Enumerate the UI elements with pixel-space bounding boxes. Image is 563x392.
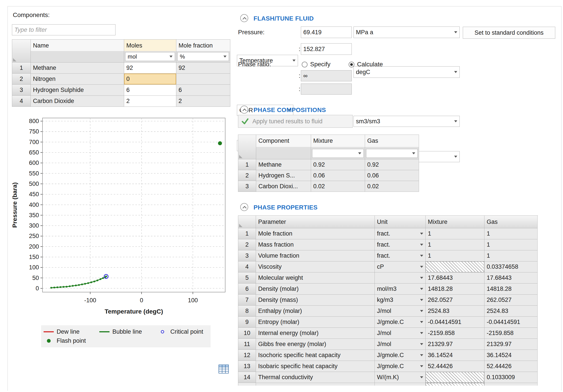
svg-text:Temperature (degC): Temperature (degC) xyxy=(105,308,163,315)
legend-item-flash-point: Flash point xyxy=(43,337,86,344)
properties-table-corner[interactable] xyxy=(238,216,256,228)
unit-select-cell[interactable]: mol/m3 xyxy=(375,283,426,294)
row-number[interactable]: 3 xyxy=(238,250,256,261)
unit-select-cell[interactable]: cP xyxy=(375,261,426,272)
apply-tuned-results-button[interactable]: Apply tuned results to fluid xyxy=(238,115,353,128)
moles-cell[interactable]: 92 xyxy=(124,62,176,74)
parameter-cell: Thermal conductivity xyxy=(256,372,375,383)
row-number[interactable]: 3 xyxy=(12,85,31,96)
mixture-value-cell: -0.04414591 xyxy=(426,317,485,328)
components-title: Components: xyxy=(13,12,50,19)
unit-select-cell[interactable]: J/gmole.C xyxy=(375,350,426,361)
col-header-unit-label: Unit xyxy=(377,219,388,225)
components-table-corner[interactable] xyxy=(12,39,31,62)
col-header-gas[interactable]: Gas xyxy=(485,216,537,228)
unit-value: fract. xyxy=(377,241,390,248)
moles-cell[interactable]: 6 xyxy=(124,85,176,96)
phase-ratio-label: Phase ratio: xyxy=(238,59,271,69)
gas-filter-select[interactable] xyxy=(366,149,418,158)
parameter-cell: Isobaric specific heat capacity xyxy=(256,361,375,372)
pressure-input[interactable] xyxy=(301,26,352,38)
unit-select-cell[interactable]: J/gmole.C xyxy=(375,361,426,372)
col-header-mole-fraction-label: Mole fraction xyxy=(179,42,213,49)
unit-select-cell[interactable]: kg/m3 xyxy=(375,294,426,306)
row-number[interactable]: 5 xyxy=(238,272,256,283)
col-header-mixture[interactable]: Mixture xyxy=(426,216,485,228)
gor-unit-select[interactable]: sm3/sm3 xyxy=(354,116,460,127)
unit-select-cell[interactable]: J/mol xyxy=(375,328,426,339)
unit-select-cell[interactable]: fract. xyxy=(375,239,426,250)
corner-triangle-icon xyxy=(239,155,243,158)
gas-value-cell: 1 xyxy=(485,228,537,239)
col-header-moles[interactable]: Moles mol xyxy=(124,39,176,62)
compositions-table-corner[interactable] xyxy=(238,135,256,159)
col-header-mole-fraction[interactable]: Mole fraction % xyxy=(176,39,230,62)
row-number[interactable]: 12 xyxy=(238,350,256,361)
pressure-unit-select[interactable]: MPa a xyxy=(354,26,460,38)
mixture-value-cell: 1 xyxy=(426,239,485,250)
col-header-component[interactable]: Component xyxy=(256,135,311,159)
moles-cell[interactable]: 2 xyxy=(124,96,176,107)
col-header-gas[interactable]: Gas xyxy=(365,135,419,159)
col-header-name[interactable]: Name xyxy=(31,39,124,62)
row-number[interactable]: 4 xyxy=(12,96,31,107)
gor-value-field: ∞ xyxy=(301,70,352,81)
unit-value: J/gmole.C xyxy=(377,319,404,326)
mole-fraction-cell[interactable] xyxy=(176,74,230,85)
row-number[interactable]: 9 xyxy=(238,317,256,328)
unit-select-cell[interactable]: fract. xyxy=(375,250,426,261)
temperature-input[interactable] xyxy=(301,43,352,55)
row-number[interactable]: 2 xyxy=(238,170,256,181)
collapse-flash-tune-button[interactable] xyxy=(240,14,248,22)
row-number[interactable]: 2 xyxy=(238,239,256,250)
unit-select-cell[interactable]: W/(m.K) xyxy=(375,372,426,383)
collapse-phase-compositions-button[interactable] xyxy=(240,106,248,114)
calculate-radio-label[interactable]: Calculate xyxy=(357,59,383,69)
row-number[interactable]: 2 xyxy=(12,74,31,85)
row-number[interactable] xyxy=(238,383,256,386)
specify-radio-label[interactable]: Specify xyxy=(310,59,331,69)
unit-select-cell[interactable] xyxy=(375,383,426,386)
row-number[interactable]: 10 xyxy=(238,328,256,339)
row-number[interactable]: 1 xyxy=(238,228,256,239)
mole-fraction-cell[interactable]: 2 xyxy=(176,96,230,107)
row-number[interactable]: 7 xyxy=(238,294,256,306)
row-number[interactable]: 8 xyxy=(238,306,256,317)
row-number[interactable]: 3 xyxy=(238,181,256,192)
table-view-icon[interactable] xyxy=(218,365,229,373)
specify-radio[interactable] xyxy=(302,62,307,67)
svg-text:100: 100 xyxy=(29,264,39,271)
row-number[interactable]: 1 xyxy=(12,62,31,74)
row-number[interactable]: 6 xyxy=(238,283,256,294)
unit-select-cell[interactable]: J/gmole.C xyxy=(375,317,426,328)
component-filter-input[interactable] xyxy=(12,24,115,35)
dropdown-arrow-icon xyxy=(420,343,423,345)
row-number[interactable]: 1 xyxy=(238,159,256,170)
row-number[interactable]: 14 xyxy=(238,372,256,383)
set-standard-conditions-button[interactable]: Set to standard conditions xyxy=(463,27,555,39)
collapse-phase-properties-button[interactable] xyxy=(240,203,248,211)
unit-select-cell[interactable]: J/mol xyxy=(375,306,426,317)
unit-select-cell[interactable] xyxy=(375,272,426,283)
svg-text:200: 200 xyxy=(29,243,39,250)
row-number[interactable]: 4 xyxy=(238,261,256,272)
unit-select-cell[interactable]: J/mol xyxy=(375,339,426,350)
col-header-parameter[interactable]: Parameter xyxy=(256,216,375,228)
unit-select-cell[interactable]: fract. xyxy=(375,228,426,239)
mole-fraction-cell[interactable]: 6 xyxy=(176,85,230,96)
mixture-filter-select[interactable] xyxy=(312,149,364,158)
col-header-unit[interactable]: Unit xyxy=(375,216,426,228)
col-header-mixture-label: Mixture xyxy=(313,137,333,144)
col-header-mixture[interactable]: Mixture xyxy=(311,135,365,159)
mole-fraction-cell[interactable]: 92 xyxy=(176,62,230,74)
legend-label: Bubble line xyxy=(112,328,142,335)
row-number[interactable]: 11 xyxy=(238,339,256,350)
mole-fraction-unit-select[interactable]: % xyxy=(178,52,229,61)
col-header-moles-label: Moles xyxy=(126,42,142,49)
moles-cell[interactable]: 0 xyxy=(124,74,176,85)
row-number[interactable]: 13 xyxy=(238,361,256,372)
section-title-phase-compositions: PHASE COMPOSITIONS xyxy=(254,107,326,114)
moles-unit-select[interactable]: mol xyxy=(125,52,175,61)
phase-compositions-table: Component Mixture Gas 1 Methane 0.92 0.9… xyxy=(238,135,419,192)
calculate-radio[interactable] xyxy=(349,62,354,67)
